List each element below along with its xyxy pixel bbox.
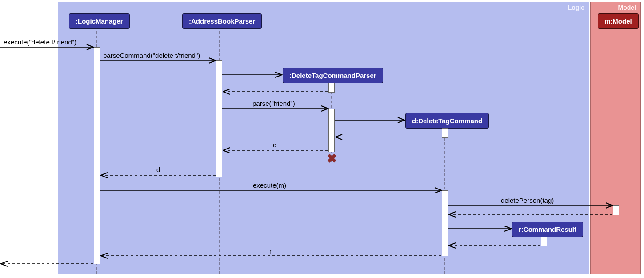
lifeline-head-logic-manager: :LogicManager [69, 13, 130, 29]
logic-frame-title: Logic [568, 4, 584, 11]
lifeline-head-address-book-parser: :AddressBookParser [182, 13, 262, 29]
activation-dtcp-1 [328, 83, 335, 93]
activation-command-result [541, 237, 547, 246]
lifeline-head-delete-tag-command: d:DeleteTagCommand [405, 113, 489, 129]
lifeline-head-model: m:Model [598, 13, 639, 29]
lifeline-head-command-result: r:CommandResult [512, 222, 583, 237]
msg-return-d1: d [273, 141, 276, 149]
activation-logic-manager [94, 47, 100, 264]
activation-dtcp-2 [328, 109, 335, 152]
model-frame-title: Model [618, 4, 636, 11]
destroy-icon: ✖ [327, 153, 337, 165]
activation-model [613, 205, 619, 215]
msg-parse-command: parseCommand("delete t/friend") [103, 52, 200, 59]
activation-dtc-2 [442, 190, 448, 256]
lifeline-head-delete-tag-command-parser: :DeleteTagCommandParser [283, 68, 383, 83]
msg-delete-person: deletePerson(tag) [501, 197, 554, 204]
activation-address-book-parser [216, 60, 222, 177]
activation-dtc-1 [442, 128, 448, 138]
msg-parse: parse("friend") [252, 100, 295, 107]
msg-return-d2: d [156, 166, 160, 173]
msg-return-r: r [269, 247, 272, 255]
msg-execute-in: execute("delete t/friend") [4, 38, 76, 46]
msg-execute-m: execute(m) [253, 181, 286, 189]
logic-frame: Logic [58, 2, 589, 274]
lifeline-model [616, 27, 616, 274]
